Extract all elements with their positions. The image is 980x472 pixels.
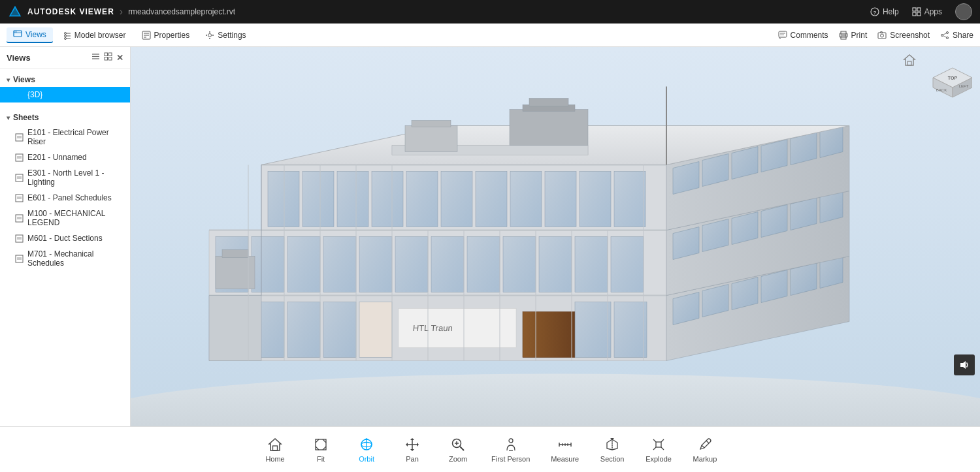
pan-tool-icon: [404, 437, 420, 452]
sound-icon: [959, 360, 970, 370]
markup-tool-icon: [697, 437, 713, 452]
sidebar-item-m701[interactable]: M701 - Mechanical Schedules: [0, 246, 130, 271]
svg-rect-126: [580, 172, 611, 227]
sidebar-list-view-icon[interactable]: [91, 52, 100, 63]
sidebar-title: Views: [7, 53, 31, 63]
svg-rect-119: [337, 172, 368, 227]
sidebar-close-icon[interactable]: ✕: [116, 53, 123, 63]
bottom-tool-fit[interactable]: Fit: [298, 433, 344, 467]
bottom-tool-pan[interactable]: Pan: [389, 433, 435, 467]
bottom-tool-home[interactable]: Home: [252, 433, 298, 467]
title-separator: ›: [120, 6, 123, 18]
svg-rect-160: [907, 61, 911, 65]
svg-rect-124: [510, 172, 542, 227]
svg-rect-47: [105, 57, 108, 61]
toolbar-right-actions: Comments Print Screenshot: [778, 31, 973, 40]
home-tool-icon: [267, 437, 283, 452]
comments-button[interactable]: Comments: [778, 31, 828, 40]
share-button[interactable]: Share: [940, 31, 973, 40]
sheet-e201-icon: [14, 153, 24, 162]
view-cube[interactable]: TOP BACK LEFT: [920, 55, 972, 101]
sidebar-item-e201[interactable]: E201 - Unnamed: [0, 149, 130, 165]
svg-rect-10: [14, 31, 17, 33]
help-button[interactable]: ? Help: [870, 7, 899, 16]
sidebar-item-3d[interactable]: {3D}: [0, 87, 130, 102]
building-3d-model: HTL Traun: [131, 47, 980, 426]
svg-rect-45: [105, 53, 108, 56]
svg-rect-105: [575, 237, 608, 292]
user-avatar[interactable]: [955, 3, 972, 20]
bottom-tool-markup[interactable]: Markup: [682, 433, 728, 467]
bottom-tool-section[interactable]: Section: [589, 433, 635, 467]
svg-line-202: [661, 439, 664, 442]
svg-rect-4: [913, 8, 916, 11]
svg-rect-7: [917, 12, 921, 16]
svg-line-171: [316, 439, 319, 443]
svg-rect-84: [614, 302, 647, 358]
svg-rect-117: [268, 172, 299, 227]
svg-line-173: [316, 447, 319, 450]
svg-point-33: [845, 35, 846, 36]
sidebar-item-m100[interactable]: M100 - MECHANICAL LEGEND: [0, 206, 130, 230]
apps-button[interactable]: Apps: [912, 7, 942, 16]
views-chevron-icon: ▾: [7, 76, 10, 84]
svg-rect-48: [109, 57, 112, 61]
screenshot-icon: [877, 31, 887, 40]
bottom-tool-first-person[interactable]: First Person: [481, 433, 540, 467]
app-title: AUTODESK VIEWER: [27, 7, 114, 16]
svg-point-35: [881, 34, 884, 37]
svg-rect-96: [252, 237, 284, 292]
sidebar-item-e101[interactable]: E101 - Electrical Power Riser: [0, 125, 130, 149]
apps-icon: [912, 7, 921, 16]
properties-tab[interactable]: Properties: [135, 28, 197, 42]
svg-rect-66: [16, 235, 23, 242]
svg-marker-159: [904, 55, 915, 65]
screenshot-button[interactable]: Screenshot: [877, 31, 930, 40]
properties-icon: [142, 31, 151, 40]
svg-rect-140: [529, 99, 568, 106]
sidebar-item-e601[interactable]: E601 - Panel Schedules: [0, 190, 130, 206]
comments-icon: [778, 31, 787, 40]
share-icon: [940, 31, 949, 40]
svg-rect-127: [614, 172, 645, 227]
bottom-tool-measure[interactable]: Measure: [540, 433, 589, 467]
sidebar-item-e301[interactable]: E301 - North Level 1 - Lighting: [0, 165, 130, 190]
svg-rect-120: [372, 172, 403, 227]
svg-point-37: [946, 31, 948, 33]
print-button[interactable]: Print: [839, 31, 868, 40]
view-home-button[interactable]: [902, 52, 917, 68]
sidebar-panel: Views ✕: [0, 47, 131, 426]
bottom-tool-explode[interactable]: Explode: [635, 433, 682, 467]
sidebar-item-m601[interactable]: M601 - Duct Sections: [0, 230, 130, 246]
svg-line-205: [702, 445, 704, 448]
svg-rect-141: [405, 126, 457, 152]
bottom-tool-zoom[interactable]: Zoom: [435, 433, 481, 467]
3d-view-icon: [14, 90, 24, 99]
svg-line-201: [653, 439, 656, 442]
main-toolbar: Views Model browser Properties Sett: [0, 24, 980, 47]
3d-viewer[interactable]: HTL Traun: [131, 47, 980, 426]
sidebar-sheets-header[interactable]: ▾ Sheets: [0, 110, 130, 125]
svg-point-38: [946, 37, 948, 39]
sidebar-views-section: ▾ Views {3D}: [0, 69, 130, 106]
svg-text:?: ?: [874, 10, 877, 16]
model-browser-tab[interactable]: Model browser: [56, 28, 133, 42]
app-logo: AUTODESK VIEWER: [8, 5, 114, 19]
svg-rect-78: [323, 302, 356, 358]
sound-button[interactable]: [954, 354, 975, 375]
settings-tab[interactable]: Settings: [199, 28, 252, 42]
sidebar-views-header[interactable]: ▾ Views: [0, 72, 130, 87]
sheet-e301-label: E301 - North Level 1 - Lighting: [27, 168, 123, 187]
zoom-tool-label: Zoom: [449, 455, 467, 463]
bottom-tool-orbit[interactable]: Orbit: [344, 433, 389, 467]
views-tab[interactable]: Views: [7, 27, 53, 43]
svg-rect-146: [222, 250, 248, 258]
svg-marker-168: [269, 439, 281, 450]
filename: rmeadvancedsampleproject.rvt: [128, 7, 235, 16]
svg-rect-26: [779, 31, 787, 37]
sidebar-grid-view-icon[interactable]: [104, 52, 112, 63]
zoom-tool-icon: [450, 437, 466, 452]
sheet-m601-icon: [14, 234, 24, 243]
svg-rect-106: [611, 237, 644, 292]
svg-line-40: [943, 33, 946, 35]
